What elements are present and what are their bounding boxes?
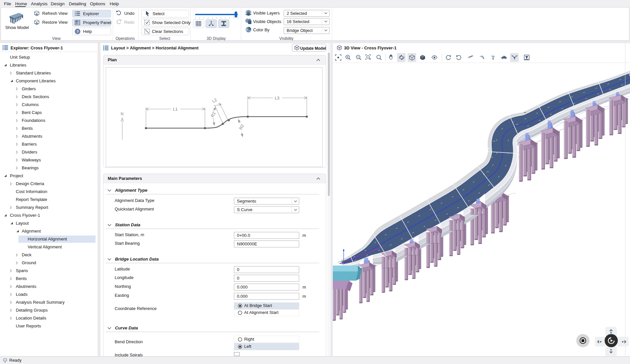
svg-text:L3: L3 [275,96,279,100]
svg-text:R2: R2 [238,124,245,130]
svg-text:N: N [121,112,124,116]
svg-text:L1: L1 [173,107,178,112]
svg-text:L2: L2 [212,98,218,104]
svg-text:R1: R1 [210,111,216,118]
